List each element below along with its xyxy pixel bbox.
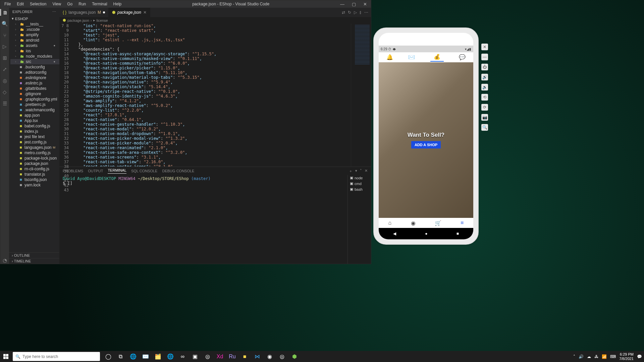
taskbar-search[interactable]: 🔍 Type here to search [13,352,100,361]
file-.prettierrc.js[interactable]: ■.prettierrc.js [10,102,59,107]
panel-tab-debug-console[interactable]: DEBUG CONSOLE [162,169,194,173]
tray-wifi-icon[interactable]: 📶 [602,354,607,359]
folder-ios[interactable]: ›🖿ios [10,48,59,54]
folder-.vscode[interactable]: ›🖿.vscode [10,27,59,32]
emu-zoom-icon[interactable]: 🔍 [481,124,488,131]
add-shop-button[interactable]: ADD A SHOP [411,141,441,148]
run-icon[interactable]: ▷ [354,10,357,15]
account-icon[interactable]: ◔ [1,257,8,264]
breadcrumb[interactable]: ⬢ package.json › ▸ license [59,17,371,23]
menu-run[interactable]: Run [76,1,89,7]
tray-lang-icon[interactable]: ⌨ [610,354,616,359]
tray-vol-icon[interactable]: 🔊 [579,354,584,359]
close-panel-icon[interactable]: ✕ [365,169,368,174]
file-.gitattributes[interactable]: ■.gitattributes [10,86,59,91]
tab-mail-icon[interactable]: ✉️ [408,54,415,60]
file-jest.config.js[interactable]: ■jest.config.js [10,139,59,145]
emu-close-icon[interactable]: ✕ [481,44,488,50]
tab-chat-icon[interactable]: 💬 [459,54,466,60]
file-metro.config.js[interactable]: ■metro.config.js [10,150,59,156]
file-package.json[interactable]: ■package.json [10,161,59,166]
taskview-icon[interactable]: ⧉ [115,352,126,361]
file-rn-cli-config.js[interactable]: ■rn-cli-config.js [10,166,59,172]
file-.editorconfig[interactable]: ■.editorconfig [10,70,59,75]
app4-icon[interactable]: ⬢ [289,352,300,361]
panel-tab-output[interactable]: OUTPUT [88,169,103,173]
bookmark-icon[interactable]: ☰ [1,100,8,107]
home-icon[interactable]: ⌂ [388,220,392,226]
start-button[interactable] [0,351,11,362]
folder-__tests__[interactable]: ›🖿__tests__ [10,21,59,27]
emu-min-icon[interactable]: — [481,54,488,60]
note-icon[interactable]: ■ [239,352,250,361]
project-header[interactable]: ▾ ESHOP [9,16,59,21]
tray-cloud-icon[interactable]: ☁ [587,354,591,359]
folder-node_modules[interactable]: ›🖿node_modules [10,54,59,59]
file-.buckconfig[interactable]: ■.buckconfig [10,64,59,70]
menu-go[interactable]: Go [64,1,75,7]
file-tsconfig.json[interactable]: ■tsconfig.json [10,177,59,182]
folder-src[interactable]: ›🖿src● [10,59,59,64]
compare-icon[interactable]: ⇄ [342,10,345,15]
code-editor[interactable]: 7 8 9 10 11 12 13 14 15 16 17 18 19 20 2… [59,23,371,167]
app1-icon[interactable]: 🌐 [127,352,139,361]
menu-terminal[interactable]: Terminal [89,1,110,7]
panel-tab-terminal[interactable]: TERMINAL [108,168,126,174]
file-index.js[interactable]: ■index.js [10,129,59,134]
shell-node[interactable]: ▣node [348,175,371,181]
emu-voldown-icon[interactable]: 🔉 [481,84,488,90]
notifications-icon[interactable]: 💬 [637,354,642,359]
close-icon[interactable]: ✕ [361,1,370,7]
remote-icon[interactable]: ⤢ [1,66,8,73]
shell-cmd[interactable]: ▣cmd [348,181,371,186]
menu-file[interactable]: File [2,1,13,7]
file-.eslintrc.js[interactable]: ■.eslintrc.js [10,80,59,86]
tray-up-icon[interactable]: ˄ [573,354,575,359]
android-back-icon[interactable]: ◀ [393,231,396,236]
android-recents-icon[interactable]: ■ [457,231,459,236]
extensions-icon[interactable]: ⊞ [1,55,8,61]
mail-icon[interactable]: ✉️ [140,352,151,361]
profile-icon[interactable]: ◉ [411,220,416,226]
folder-android[interactable]: ›🖿android [10,38,59,43]
panel-tab-sql-console[interactable]: SQL CONSOLE [131,169,157,173]
tab-close-icon[interactable]: ✕ [143,10,147,15]
tab-notifications-icon[interactable]: 🔔 [386,54,393,60]
app3-icon[interactable]: ◎ [276,352,287,361]
menu-edit[interactable]: Edit [14,1,26,7]
file-languages.json[interactable]: ■languages.jsonM [10,145,59,150]
emu-camera-icon[interactable]: 📷 [481,114,488,121]
taskbar-clock[interactable]: 6:29 PM 7/8/2021 [619,352,634,360]
menu-help[interactable]: Help [111,1,124,7]
run-debug-icon[interactable]: ▷ [1,43,8,50]
file-.gitignore[interactable]: ■.gitignore [10,91,59,97]
file-yarn.lock[interactable]: ■yarn.lock [10,182,59,188]
file-babel.config.js[interactable]: ■babel.config.js [10,123,59,129]
timeline-section[interactable]: › TIMELINE [9,258,59,264]
db-icon[interactable]: ◎ [1,77,8,84]
dropdown-icon[interactable]: ▾ [355,169,357,174]
explorer-icon[interactable]: 🗎 [0,9,9,16]
folder-amplify[interactable]: ›🖿amplify [10,32,59,38]
file-App.tsx[interactable]: ■App.tsx [10,118,59,123]
terminal[interactable]: David Ayo@DavidDESKTOP MINGW64 ~/Desktop… [59,175,347,264]
shell-bash[interactable]: ▣bash [348,186,371,192]
tab-languages-json[interactable]: { } languages.json M [59,8,109,17]
new-terminal-icon[interactable]: ＋ [349,169,353,174]
search-icon[interactable]: 🔍 [1,20,8,27]
minimap[interactable] [351,23,371,167]
menu-view[interactable]: View [50,1,64,7]
file-package-lock.json[interactable]: ■package-lock.json [10,156,59,161]
file-jest file text[interactable]: ■jest file text [10,134,59,139]
file-.eslintignore[interactable]: ■.eslintignore [10,75,59,80]
chrome-icon[interactable]: ◎ [202,352,213,361]
emu-power-icon[interactable]: ⏻ [481,64,488,70]
explorer-app-icon[interactable]: 🗂️ [152,352,163,361]
more-icon[interactable]: ⋯ [52,10,56,14]
cortana-icon[interactable]: ◯ [103,352,114,361]
cmd-icon[interactable]: ▣ [190,352,201,361]
file-.graphqlconfig.yml[interactable]: ■.graphqlconfig.yml [10,97,59,102]
emu-rotate-left-icon[interactable]: ⟲ [481,94,488,101]
outline-section[interactable]: › OUTLINE [9,252,59,258]
tray-net-icon[interactable]: 🖧 [594,354,598,359]
